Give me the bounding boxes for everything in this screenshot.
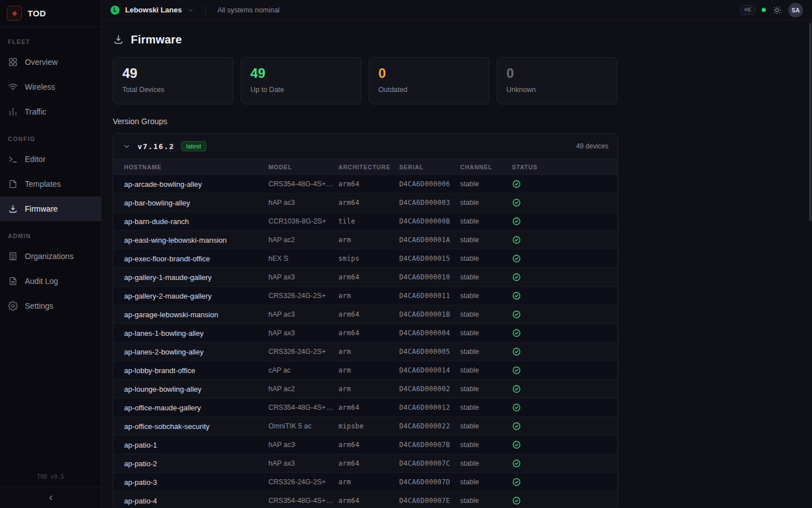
table-row[interactable]: ap-patio-3 CRS326-24G-2S+ arm D4CA6D0000… — [113, 472, 617, 491]
table-row[interactable]: ap-bar-bowling-alley hAP ac3 arm64 D4CA6… — [113, 193, 617, 212]
stat-card-outdated: 0 Outdated — [369, 57, 489, 104]
check-circle-icon — [512, 329, 521, 338]
sidebar-item-overview[interactable]: Overview — [0, 50, 101, 75]
table-row[interactable]: ap-patio-2 hAP ax3 arm64 D4CA6D00007C st… — [113, 454, 617, 472]
cell-status — [512, 403, 617, 412]
theme-toggle-button[interactable] — [773, 6, 782, 15]
check-circle-icon — [512, 459, 521, 468]
cell-channel: stable — [460, 422, 512, 430]
system-status-message: All systems nominal — [217, 6, 279, 14]
version-group-header[interactable]: v7.16.2 latest 49 devices — [113, 134, 617, 159]
sidebar-item-wireless[interactable]: Wireless — [0, 75, 101, 99]
table-row[interactable]: ap-office-maude-gallery CRS354-48G-4S+… … — [113, 398, 617, 417]
sidebar-collapse-button[interactable] — [0, 487, 101, 508]
cell-hostname: ap-arcade-bowling-alley — [124, 180, 268, 189]
cell-hostname: ap-lobby-brandt-office — [124, 366, 268, 375]
stat-label: Up to Date — [250, 86, 352, 94]
table-row[interactable]: ap-garage-lebowski-mansion hAP ac3 arm64… — [113, 305, 617, 323]
sun-icon — [773, 6, 782, 15]
table-row[interactable]: ap-gallery-1-maude-gallery hAP ax3 arm64… — [113, 268, 617, 286]
cell-model: CRS326-24G-2S+ — [268, 478, 338, 486]
cell-serial: D4CA6D00007B — [399, 441, 460, 449]
check-circle-icon — [512, 366, 521, 375]
chevron-down-icon[interactable] — [187, 7, 194, 14]
stat-card-total-devices: 49 Total Devices — [113, 57, 233, 104]
table-row[interactable]: ap-patio-4 CRS354-48G-4S+… arm64 D4CA6D0… — [113, 491, 617, 508]
cell-hostname: ap-patio-2 — [124, 459, 268, 468]
wifi-icon — [8, 82, 18, 92]
table-row[interactable]: ap-gallery-2-maude-gallery CRS326-24G-2S… — [113, 286, 617, 305]
cell-model: cAP ac — [268, 366, 338, 374]
cell-status — [512, 496, 617, 505]
version-group-panel: v7.16.2 latest 49 devices HOSTNAME MODEL… — [113, 133, 618, 508]
check-circle-icon — [512, 347, 521, 356]
table-row[interactable]: ap-lobby-brandt-office cAP ac arm D4CA6D… — [113, 361, 617, 379]
sidebar-item-organizations[interactable]: Organizations — [0, 244, 101, 269]
sidebar-item-audit-log[interactable]: Audit Log — [0, 269, 101, 294]
cell-serial: D4CA6D00001A — [399, 236, 460, 244]
cell-serial: D4CA6D00007C — [399, 459, 460, 467]
cell-channel: stable — [460, 273, 512, 281]
stat-value: 49 — [250, 66, 352, 81]
cell-status — [512, 235, 617, 244]
sidebar-item-traffic[interactable]: Traffic — [0, 99, 101, 124]
cell-hostname: ap-garage-lebowski-mansion — [124, 310, 268, 319]
cell-architecture: arm64 — [338, 329, 399, 337]
cell-serial: D4CA6D000002 — [399, 385, 460, 393]
table-row[interactable]: ap-patio-1 hAP ac3 arm64 D4CA6D00007B st… — [113, 435, 617, 454]
cell-status — [512, 440, 617, 449]
cell-hostname: ap-lanes-1-bowling-alley — [124, 329, 268, 338]
cell-channel: stable — [460, 255, 512, 262]
cell-hostname: ap-barn-dude-ranch — [124, 217, 268, 226]
cell-hostname: ap-gallery-2-maude-gallery — [124, 292, 268, 300]
user-avatar[interactable]: SA — [788, 3, 803, 17]
stat-label: Outdated — [378, 86, 480, 94]
check-circle-icon — [512, 496, 521, 505]
chevron-left-icon — [47, 494, 55, 502]
cell-architecture: smips — [338, 255, 399, 262]
org-switcher[interactable]: Lebowski Lanes — [125, 6, 182, 14]
cell-model: CRS326-24G-2S+ — [268, 292, 338, 300]
cell-hostname: ap-office-maude-gallery — [124, 404, 268, 412]
sidebar-item-label: Firmware — [25, 204, 58, 213]
sidebar-item-templates[interactable]: Templates — [0, 172, 101, 196]
sidebar-item-firmware[interactable]: Firmware — [0, 196, 101, 221]
cell-model: hAP ax3 — [268, 273, 338, 281]
check-circle-icon — [512, 440, 521, 449]
command-palette-shortcut[interactable]: ⌘K — [740, 5, 755, 15]
table-row[interactable]: ap-barn-dude-ranch CCR1036-8G-2S+ tile D… — [113, 212, 617, 230]
cell-hostname: ap-exec-floor-brandt-office — [124, 255, 268, 263]
sidebar-item-label: Audit Log — [25, 277, 58, 286]
cell-serial: D4CA6D000022 — [399, 422, 460, 430]
table-row[interactable]: ap-lanes-1-bowling-alley hAP ax3 arm64 D… — [113, 323, 617, 342]
cell-model: CRS326-24G-2S+ — [268, 348, 338, 356]
cell-architecture: arm64 — [338, 310, 399, 318]
table-row[interactable]: ap-exec-floor-brandt-office hEX S smips … — [113, 249, 617, 268]
cell-hostname: ap-bar-bowling-alley — [124, 199, 268, 207]
cell-channel: stable — [460, 404, 512, 411]
sidebar-item-settings[interactable]: Settings — [0, 294, 101, 318]
table-row[interactable]: ap-lounge-bowling-alley hAP ac2 arm D4CA… — [113, 379, 617, 398]
stat-label: Total Devices — [122, 86, 224, 94]
cell-model: hAP ac2 — [268, 385, 338, 393]
table-row[interactable]: ap-office-sobchak-security OmniTIK 5 ac … — [113, 417, 617, 435]
cell-architecture: arm64 — [338, 199, 399, 207]
cell-model: CRS354-48G-4S+… — [268, 497, 338, 505]
cell-status — [512, 478, 617, 487]
stat-value: 0 — [378, 66, 480, 81]
table-row[interactable]: ap-east-wing-lebowski-mansion hAP ac2 ar… — [113, 230, 617, 249]
cell-hostname: ap-office-sobchak-security — [124, 422, 268, 431]
sidebar-item-editor[interactable]: Editor — [0, 147, 101, 172]
sidebar-section-admin: ADMIN — [0, 221, 101, 244]
app-logo-icon — [7, 6, 22, 21]
sidebar-section-config: CONFIG — [0, 124, 101, 147]
cell-channel: stable — [460, 329, 512, 337]
collapse-group-button[interactable] — [122, 142, 131, 151]
cell-channel: stable — [460, 180, 512, 188]
scrollbar[interactable] — [809, 23, 811, 221]
cell-channel: stable — [460, 310, 512, 318]
device-count: 49 devices — [576, 142, 608, 150]
table-row[interactable]: ap-arcade-bowling-alley CRS354-48G-4S+… … — [113, 174, 617, 193]
cell-channel: stable — [460, 292, 512, 300]
table-row[interactable]: ap-lanes-2-bowling-alley CRS326-24G-2S+ … — [113, 342, 617, 361]
